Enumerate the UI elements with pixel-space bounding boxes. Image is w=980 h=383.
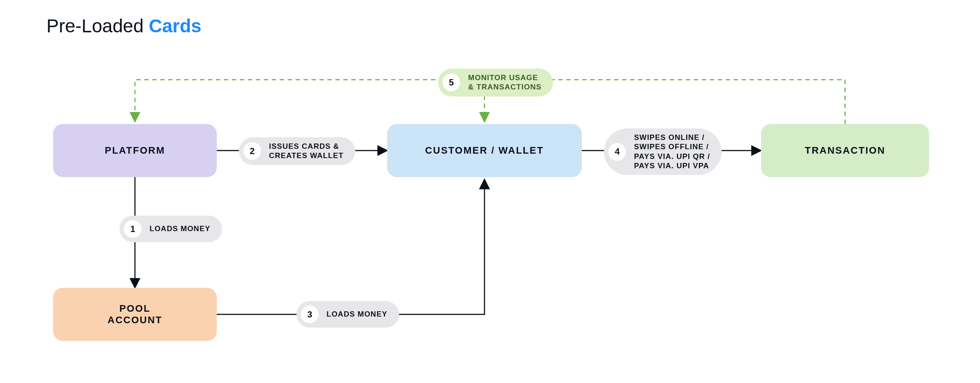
node-txn-label: TRANSACTION	[805, 145, 885, 156]
diagram-title: Pre-Loaded Cards	[46, 15, 201, 37]
step-3-num: 3	[301, 306, 319, 323]
step-4-label: SWIPES ONLINE / SWIPES OFFLINE / PAYS VI…	[634, 133, 710, 170]
step-3-label: LOADS MONEY	[327, 309, 388, 319]
node-customer-wallet: CUSTOMER / WALLET	[387, 124, 582, 177]
node-customer-label: CUSTOMER / WALLET	[425, 145, 544, 156]
title-accent: Cards	[149, 15, 201, 36]
title-prefix: Pre-Loaded	[46, 15, 149, 36]
step-1-pill: 1 LOADS MONEY	[119, 216, 222, 242]
step-1-num: 1	[124, 220, 142, 238]
step-5-label: MONITOR USAGE & TRANSACTIONS	[468, 73, 542, 92]
step-4-pill: 4 SWIPES ONLINE / SWIPES OFFLINE / PAYS …	[604, 128, 722, 175]
node-platform-label: PLATFORM	[105, 145, 165, 156]
step-1-label: LOADS MONEY	[150, 224, 211, 233]
node-transaction: TRANSACTION	[761, 124, 929, 177]
node-pool-label: POOL ACCOUNT	[108, 303, 162, 326]
step-3-pill: 3 LOADS MONEY	[296, 301, 399, 328]
step-5-pill: 5 MONITOR USAGE & TRANSACTIONS	[438, 69, 553, 97]
step-2-pill: 2 ISSUES CARDS & CREATES WALLET	[239, 137, 355, 165]
node-platform: PLATFORM	[53, 124, 217, 177]
step-2-num: 2	[243, 142, 261, 160]
edge-pool-customer	[217, 179, 484, 314]
node-pool-account: POOL ACCOUNT	[53, 288, 217, 341]
step-5-num: 5	[442, 74, 460, 91]
step-2-label: ISSUES CARDS & CREATES WALLET	[269, 142, 344, 161]
step-4-num: 4	[608, 143, 626, 161]
